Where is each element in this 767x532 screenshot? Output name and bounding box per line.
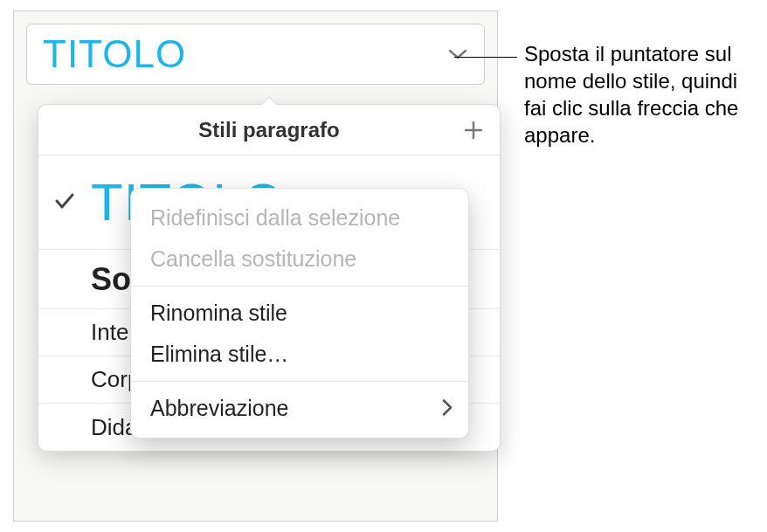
- add-style-button[interactable]: [460, 116, 487, 144]
- chevron-down-icon[interactable]: [442, 38, 473, 70]
- menu-item-label: Ridefinisci dalla selezione: [150, 205, 400, 231]
- popover-title: Stili paragrafo: [38, 105, 500, 155]
- style-item-label: Inte: [91, 319, 128, 346]
- menu-item-label: Abbreviazione: [150, 396, 288, 421]
- callout-leader-line: [454, 57, 517, 58]
- menu-redefine-from-selection: Ridefinisci dalla selezione: [131, 197, 468, 238]
- paragraph-style-selector[interactable]: Titolo: [26, 24, 485, 85]
- menu-separator: [131, 381, 468, 382]
- popover-arrow: [259, 95, 279, 105]
- menu-clear-override: Cancella sostituzione: [131, 238, 468, 280]
- menu-item-label: Cancella sostituzione: [150, 246, 356, 272]
- panel: Titolo Stili paragrafo Titolo Sot In: [13, 10, 498, 522]
- popover-title-label: Stili paragrafo: [198, 118, 339, 142]
- checkmark-icon: [54, 191, 75, 214]
- menu-delete-style[interactable]: Elimina stile…: [131, 334, 468, 375]
- menu-item-label: Elimina stile…: [150, 342, 288, 367]
- menu-abbreviation[interactable]: Abbreviazione: [131, 388, 468, 429]
- menu-item-label: Rinomina stile: [150, 301, 287, 326]
- menu-separator: [131, 286, 468, 287]
- selected-style-label: Titolo: [43, 32, 186, 76]
- style-context-menu: Ridefinisci dalla selezione Cancella sos…: [130, 188, 469, 439]
- chevron-right-icon: [442, 396, 453, 421]
- callout-text: Sposta il puntatore sul nome dello stile…: [524, 40, 753, 149]
- menu-rename-style[interactable]: Rinomina stile: [131, 293, 468, 334]
